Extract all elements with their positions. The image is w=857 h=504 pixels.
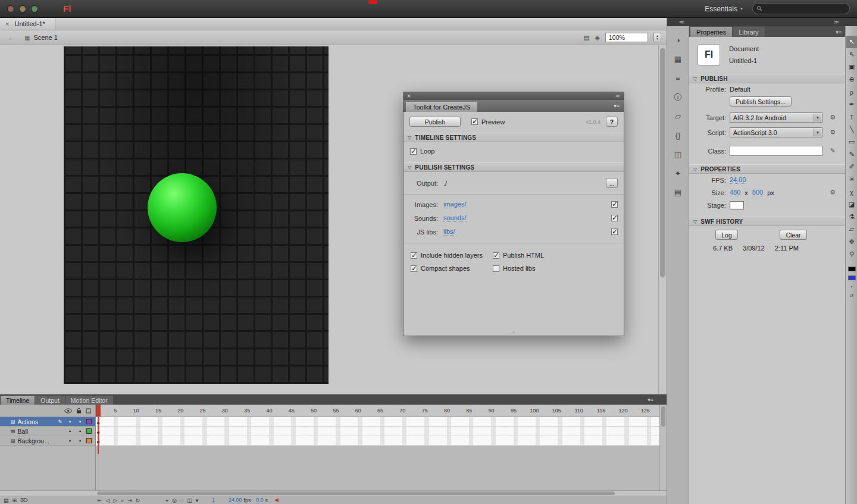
document-name[interactable]: Untitled-1 (729, 57, 759, 64)
subselection-tool[interactable]: ⇖ (846, 48, 857, 61)
zoom-tool[interactable]: ⚲ (846, 248, 857, 261)
play-button[interactable]: ▷ (113, 497, 117, 504)
scene-breadcrumb[interactable]: Scene 1 (33, 34, 57, 41)
center-frame-button[interactable]: ⌖ (165, 497, 168, 504)
tab-output[interactable]: Output (35, 396, 65, 405)
layer-outline-color-swatch[interactable] (86, 419, 92, 424)
help-button[interactable]: ? (606, 117, 618, 127)
layer-visibility-dot[interactable]: • (65, 419, 75, 425)
toolkit-panel-titlebar[interactable]: × ≪ (404, 92, 624, 100)
scrollbar-thumb[interactable] (97, 492, 615, 495)
show-hide-layers-eye-icon[interactable] (64, 408, 72, 414)
layer-name[interactable]: Actions (18, 418, 55, 425)
stroke-color-swatch[interactable] (848, 267, 856, 271)
layer-name[interactable]: Backgrou... (18, 437, 55, 444)
publish-html-checkbox[interactable] (493, 252, 499, 259)
timeline-settings-header[interactable]: ▽ TIMELINE SETTINGS (404, 133, 624, 142)
3d-rotation-tool[interactable]: ⊕ (846, 73, 857, 86)
window-minimize-button[interactable] (19, 5, 26, 12)
stage-color-swatch[interactable] (730, 201, 744, 209)
playhead-line[interactable] (98, 417, 99, 454)
current-frame-indicator[interactable]: 1 (212, 497, 215, 503)
modify-markers-button[interactable]: ▾ (196, 497, 199, 504)
hosted-libs-checkbox[interactable] (493, 265, 499, 272)
elapsed-time-indicator[interactable]: 0.0 (256, 497, 264, 503)
playhead-marker[interactable] (96, 405, 101, 417)
info-panel-icon[interactable]: ⓘ (671, 92, 685, 103)
jslibs-path-link[interactable]: libs/ (443, 228, 455, 236)
publish-section-header[interactable]: ▽ PUBLISH (689, 74, 845, 83)
step-back-button[interactable]: ◁ (106, 497, 110, 504)
jslibs-checkbox[interactable] (611, 228, 618, 235)
layer-lock-dot[interactable]: • (75, 438, 85, 444)
scroll-to-playhead-icon[interactable]: ◀ (274, 497, 279, 503)
frame-row[interactable] (96, 436, 667, 446)
collapse-panel-icon[interactable]: ≪ (615, 93, 620, 99)
motion-presets-panel-icon[interactable]: ✦ (671, 168, 685, 179)
search-input[interactable] (764, 5, 845, 12)
panel-resize-grip[interactable]: ≡ (512, 331, 515, 334)
layer-name[interactable]: Ball (18, 428, 55, 435)
swatches-panel-icon[interactable]: ▦ (671, 54, 685, 65)
layer-outline-color-swatch[interactable] (86, 438, 92, 443)
zoom-stepper[interactable]: ▲ ▼ (653, 33, 661, 42)
swap-colors-icon[interactable]: ⇄ (850, 293, 853, 298)
paint-bucket-tool[interactable]: ◪ (846, 198, 857, 211)
layer-row[interactable]: ▤Actions✎•• (0, 417, 95, 427)
pen-tool[interactable]: ✒ (846, 98, 857, 111)
layer-row[interactable]: ▤Backgrou...•• (0, 436, 95, 446)
frame-ruler[interactable]: 5101520253035404550556065707580859095100… (96, 405, 667, 417)
default-colors-icon[interactable]: ▪ (851, 284, 852, 289)
tab-library[interactable]: Library (733, 27, 765, 37)
go-to-last-frame-button[interactable]: ⇥ (127, 497, 132, 504)
free-transform-tool[interactable]: ▣ (846, 61, 857, 73)
edit-multiple-frames-button[interactable]: ◫ (187, 497, 192, 504)
clear-button[interactable]: Clear (780, 230, 807, 240)
color-panel-icon[interactable]: ◑ (671, 35, 685, 46)
layer-outline-color-swatch[interactable] (86, 428, 92, 434)
swf-history-section-header[interactable]: ▽ SWF HISTORY (689, 217, 845, 226)
scrollbar-thumb[interactable] (661, 406, 665, 427)
workspace-switcher[interactable]: Essentials ▾ (705, 5, 743, 13)
green-ball-object[interactable] (148, 173, 217, 242)
class-input[interactable] (730, 146, 822, 156)
align-panel-icon[interactable]: ≡ (671, 73, 685, 84)
onion-skin-button[interactable]: ◎ (172, 497, 177, 504)
images-checkbox[interactable] (611, 201, 618, 208)
pencil-icon[interactable]: ✎ (830, 147, 836, 155)
document-tab[interactable]: × Untitled-1* (0, 18, 55, 30)
layer-visibility-dot[interactable]: • (65, 428, 75, 434)
frame-row[interactable] (96, 417, 667, 427)
publish-button[interactable]: Publish (409, 117, 461, 127)
go-to-first-frame-button[interactable]: ⇤ (98, 497, 102, 504)
frame-row[interactable] (96, 427, 667, 436)
menubar-search[interactable]: ⚲ (752, 3, 850, 14)
components-panel-icon[interactable]: ◫ (671, 149, 685, 160)
browse-button[interactable]: ... (606, 178, 618, 188)
include-hidden-layers-checkbox[interactable] (411, 252, 417, 259)
new-layer-button[interactable]: ▤ (4, 497, 9, 504)
timeline-vertical-scrollbar[interactable] (659, 405, 667, 490)
code-snippets-panel-icon[interactable]: {} (671, 130, 685, 141)
log-button[interactable]: Log (715, 230, 738, 240)
delete-layer-button[interactable]: ⌦ (20, 497, 28, 504)
script-dropdown[interactable]: ActionScript 3.0 ▾ (730, 127, 822, 137)
edit-symbol-icon[interactable]: ◈ (595, 34, 600, 42)
bone-tool[interactable]: χ (846, 186, 857, 198)
tab-timeline[interactable]: Timeline (1, 396, 35, 405)
brush-tool[interactable]: ✐ (846, 161, 857, 173)
transform-panel-icon[interactable]: ▱ (671, 111, 685, 122)
rectangle-tool[interactable]: ▭ (846, 136, 857, 148)
images-path-link[interactable]: images/ (443, 201, 467, 208)
target-dropdown[interactable]: AIR 3.2 for Android ▾ (730, 112, 822, 123)
tab-properties[interactable]: Properties (690, 27, 732, 37)
tab-motion-editor[interactable]: Motion Editor (65, 396, 113, 405)
publish-settings-button[interactable]: Publish Settings... (730, 96, 792, 107)
back-arrow-icon[interactable]: ← (7, 33, 15, 42)
history-panel-icon[interactable]: ▤ (671, 187, 685, 198)
collapse-to-icons-icon[interactable]: ≪ (679, 19, 684, 25)
loop-checkbox[interactable] (410, 148, 417, 155)
close-icon[interactable]: × (5, 20, 9, 27)
window-close-button[interactable] (7, 5, 14, 12)
onion-skin-outlines-button[interactable]: ◌ (180, 497, 183, 504)
